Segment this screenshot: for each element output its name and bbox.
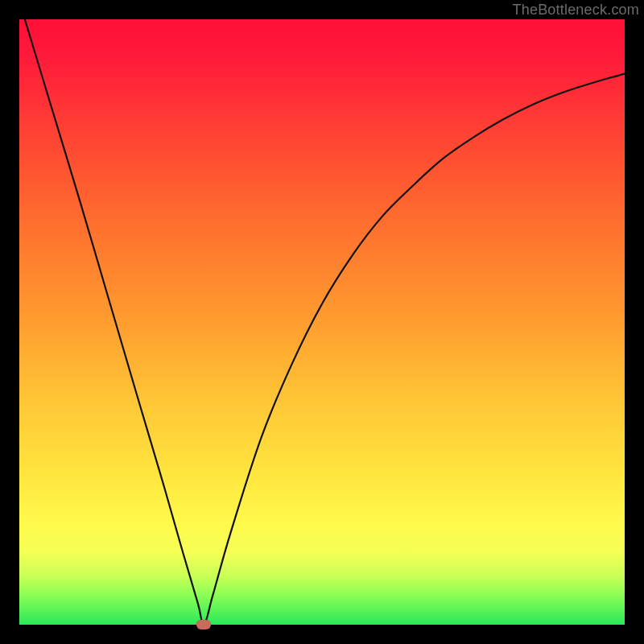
minimum-marker	[196, 620, 211, 630]
plot-area	[19, 19, 625, 625]
watermark-text: TheBottleneck.com	[513, 2, 639, 19]
bottleneck-curve	[19, 19, 625, 625]
